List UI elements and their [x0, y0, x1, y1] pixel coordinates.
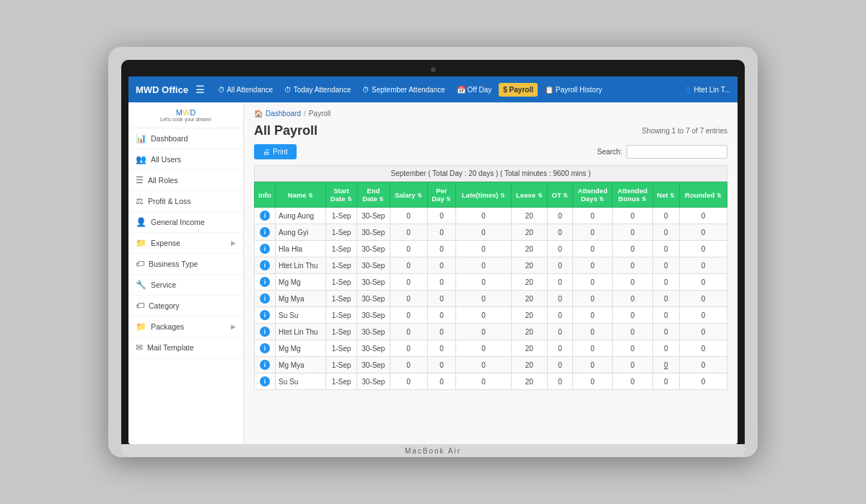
col-start-date[interactable]: StartDate ⇅ — [325, 182, 357, 208]
cell-leave: 20 — [511, 373, 547, 390]
nav-toggle-icon[interactable]: ☰ — [196, 84, 205, 95]
sidebar-item-dashboard[interactable]: 📊 Dashboard — [128, 128, 243, 149]
nav-link-payroll-history[interactable]: 📋 Payroll History — [541, 83, 606, 97]
logo-d: D — [190, 108, 196, 117]
info-button[interactable]: i — [260, 227, 270, 237]
sidebar-label-category: Category — [149, 301, 180, 310]
cell-att-days: 0 — [573, 324, 613, 340]
cell-ot: 0 — [547, 224, 572, 241]
cell-per-day: 0 — [427, 373, 456, 390]
print-button[interactable]: 🖨 Print — [254, 144, 297, 159]
col-ot[interactable]: OT ⇅ — [547, 182, 572, 208]
nav-link-today-attendance[interactable]: ⏱ Today Attendance — [280, 83, 355, 97]
cell-salary: 0 — [390, 324, 427, 340]
sidebar-label-profit-loss: Profit & Loss — [148, 197, 191, 205]
cell-info[interactable]: i — [255, 307, 276, 324]
cell-info[interactable]: i — [255, 241, 276, 257]
service-icon: 🔧 — [136, 280, 146, 290]
cell-info[interactable]: i — [255, 357, 276, 373]
col-per-day[interactable]: PerDay ⇅ — [427, 182, 456, 208]
cell-start: 1-Sep — [325, 224, 357, 241]
info-button[interactable]: i — [260, 293, 270, 304]
cell-end: 30-Sep — [357, 208, 390, 224]
cell-net[interactable]: 0 — [652, 357, 679, 373]
nav-brand: MWD Office — [136, 84, 188, 95]
cell-info[interactable]: i — [255, 340, 276, 357]
cell-leave: 20 — [511, 257, 547, 274]
col-attended-days[interactable]: AttendedDays ⇅ — [573, 182, 613, 208]
info-button[interactable]: i — [260, 310, 270, 320]
cell-rounded: 0 — [679, 208, 727, 224]
cell-name: Mg Mya — [276, 357, 326, 373]
cell-info[interactable]: i — [255, 373, 276, 390]
sidebar-item-packages[interactable]: 📁 Packages ▶ — [128, 317, 243, 337]
cell-name: Mg Mg — [276, 274, 326, 291]
col-rounded[interactable]: Rounded ⇅ — [679, 182, 727, 208]
sidebar-item-general-income[interactable]: 👤 General Income — [128, 212, 243, 233]
nav-link-off-day[interactable]: 📅 Off Day — [452, 83, 497, 97]
cell-salary: 0 — [390, 241, 427, 257]
nav-user[interactable]: 👤 Htet Lin T... — [683, 86, 730, 94]
cell-ot: 0 — [547, 241, 572, 257]
sidebar-item-category[interactable]: 🏷 Category — [128, 296, 243, 317]
info-button[interactable]: i — [260, 244, 270, 254]
payroll-table: Info Name ⇅ StartDate ⇅ EndDate ⇅ Salary… — [254, 182, 727, 390]
cell-info[interactable]: i — [255, 224, 276, 241]
table-row: i Htet Lin Thu 1-Sep 30-Sep 0 0 0 20 0 0… — [255, 257, 727, 274]
cell-net: 0 — [652, 274, 679, 291]
cell-late: 0 — [456, 241, 511, 257]
cell-net: 0 — [652, 373, 679, 390]
cell-info[interactable]: i — [255, 291, 276, 307]
info-button[interactable]: i — [260, 343, 270, 353]
cell-leave: 20 — [511, 324, 547, 340]
info-button[interactable]: i — [260, 376, 270, 386]
cell-info[interactable]: i — [255, 208, 276, 224]
info-button[interactable]: i — [260, 360, 270, 370]
cell-info[interactable]: i — [255, 324, 276, 340]
sidebar-item-all-users[interactable]: 👥 All Users — [128, 149, 243, 170]
cell-salary: 0 — [390, 307, 427, 324]
breadcrumb-dashboard-link[interactable]: Dashboard — [266, 110, 301, 118]
col-salary[interactable]: Salary ⇅ — [390, 182, 427, 208]
top-nav: MWD Office ☰ ⏱ All Attendance ⏱ Today At… — [128, 76, 738, 102]
sidebar-item-mail-template[interactable]: ✉ Mail Template — [128, 337, 243, 358]
expense-arrow-icon: ▶ — [231, 239, 236, 247]
sidebar-item-business-type[interactable]: 🏷 Business Type — [128, 254, 243, 275]
sidebar-item-all-roles[interactable]: ☰ All Roles — [128, 170, 243, 191]
sidebar-item-expense[interactable]: 📁 Expense ▶ — [128, 233, 243, 254]
breadcrumb-current: Payroll — [309, 110, 331, 118]
profit-icon: ⚖ — [136, 196, 144, 206]
search-input[interactable] — [626, 145, 727, 159]
cell-start: 1-Sep — [325, 257, 357, 274]
cell-rounded: 0 — [679, 291, 727, 307]
cell-leave: 20 — [511, 357, 547, 373]
cell-ot: 0 — [547, 324, 572, 340]
sidebar-item-service[interactable]: 🔧 Service — [128, 275, 243, 296]
logo-m: M — [176, 108, 183, 117]
cell-name: Hla Hla — [276, 241, 326, 257]
info-button[interactable]: i — [260, 260, 270, 270]
cell-info[interactable]: i — [255, 274, 276, 291]
cell-att-days: 0 — [573, 340, 613, 357]
col-late[interactable]: Late(times) ⇅ — [456, 182, 511, 208]
info-button[interactable]: i — [260, 211, 270, 221]
col-info: Info — [255, 182, 276, 208]
cell-att-days: 0 — [573, 274, 613, 291]
col-attended-bonus[interactable]: AttendedBonus ⇅ — [613, 182, 652, 208]
cell-att-bonus: 0 — [613, 291, 652, 307]
cell-rounded: 0 — [679, 307, 727, 324]
nav-link-payroll[interactable]: $ Payroll — [499, 83, 538, 97]
col-name[interactable]: Name ⇅ — [276, 182, 326, 208]
col-net[interactable]: Net ⇅ — [652, 182, 679, 208]
cell-end: 30-Sep — [357, 291, 390, 307]
info-button[interactable]: i — [260, 277, 270, 287]
nav-link-all-attendance[interactable]: ⏱ All Attendance — [214, 83, 277, 97]
info-button[interactable]: i — [260, 327, 270, 337]
col-leave[interactable]: Leave ⇅ — [511, 182, 547, 208]
cell-net: 0 — [652, 340, 679, 357]
col-end-date[interactable]: EndDate ⇅ — [357, 182, 390, 208]
nav-link-september-attendance[interactable]: ⏱ September Attendance — [358, 83, 450, 97]
cell-net: 0 — [652, 307, 679, 324]
sidebar-item-profit-loss[interactable]: ⚖ Profit & Loss — [128, 191, 243, 212]
cell-info[interactable]: i — [255, 257, 276, 274]
